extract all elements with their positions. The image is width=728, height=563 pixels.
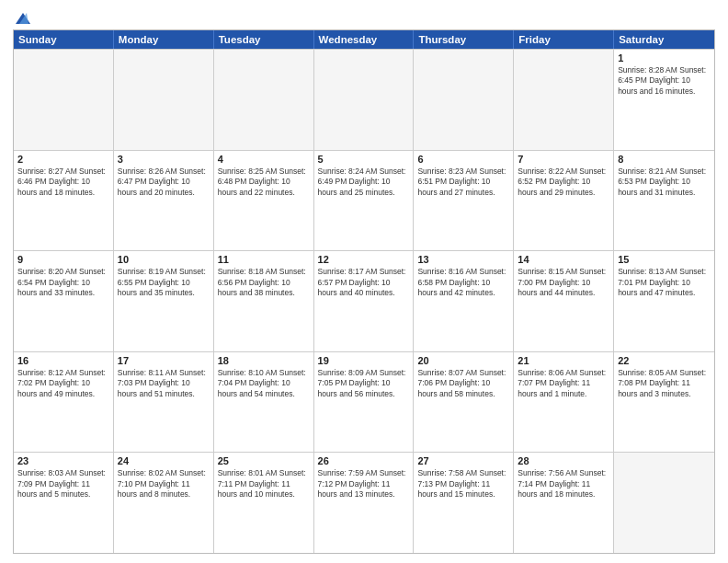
day-info: Sunrise: 8:18 AM Sunset: 6:56 PM Dayligh… bbox=[218, 267, 310, 298]
day-info: Sunrise: 8:28 AM Sunset: 6:45 PM Dayligh… bbox=[618, 65, 711, 97]
day-info: Sunrise: 8:16 AM Sunset: 6:58 PM Dayligh… bbox=[417, 267, 509, 298]
week-row-2: 2Sunrise: 8:27 AM Sunset: 6:46 PM Daylig… bbox=[14, 150, 714, 251]
week-row-3: 9Sunrise: 8:20 AM Sunset: 6:54 PM Daylig… bbox=[14, 250, 714, 351]
day-info: Sunrise: 8:27 AM Sunset: 6:46 PM Dayligh… bbox=[17, 167, 109, 198]
day-info: Sunrise: 7:59 AM Sunset: 7:12 PM Dayligh… bbox=[318, 468, 410, 500]
day-number: 2 bbox=[17, 154, 109, 165]
week-row-4: 16Sunrise: 8:12 AM Sunset: 7:02 PM Dayli… bbox=[14, 351, 714, 453]
calendar-body: 1Sunrise: 8:28 AM Sunset: 6:45 PM Daylig… bbox=[14, 49, 714, 553]
day-info: Sunrise: 8:11 AM Sunset: 7:03 PM Dayligh… bbox=[118, 368, 210, 399]
day-info: Sunrise: 8:05 AM Sunset: 7:08 PM Dayligh… bbox=[618, 368, 711, 399]
day-number: 26 bbox=[318, 455, 410, 466]
cell-w4-d3: 18Sunrise: 8:10 AM Sunset: 7:04 PM Dayli… bbox=[214, 352, 314, 453]
day-number: 20 bbox=[417, 355, 509, 366]
day-number: 11 bbox=[218, 254, 310, 265]
cell-w5-d1: 23Sunrise: 8:03 AM Sunset: 7:09 PM Dayli… bbox=[14, 453, 114, 553]
day-number: 10 bbox=[118, 254, 210, 265]
day-info: Sunrise: 8:22 AM Sunset: 6:52 PM Dayligh… bbox=[518, 167, 609, 198]
cell-w5-d2: 24Sunrise: 8:02 AM Sunset: 7:10 PM Dayli… bbox=[114, 453, 214, 553]
cell-w3-d4: 12Sunrise: 8:17 AM Sunset: 6:57 PM Dayli… bbox=[314, 251, 415, 351]
day-number: 1 bbox=[618, 52, 711, 63]
header-tuesday: Tuesday bbox=[214, 30, 314, 49]
cell-w2-d6: 7Sunrise: 8:22 AM Sunset: 6:52 PM Daylig… bbox=[514, 151, 614, 251]
cell-w4-d1: 16Sunrise: 8:12 AM Sunset: 7:02 PM Dayli… bbox=[14, 352, 114, 453]
day-info: Sunrise: 8:09 AM Sunset: 7:05 PM Dayligh… bbox=[318, 368, 410, 399]
day-info: Sunrise: 8:21 AM Sunset: 6:53 PM Dayligh… bbox=[618, 167, 711, 198]
day-info: Sunrise: 8:26 AM Sunset: 6:47 PM Dayligh… bbox=[118, 167, 210, 198]
day-number: 3 bbox=[118, 154, 210, 165]
day-info: Sunrise: 7:58 AM Sunset: 7:13 PM Dayligh… bbox=[417, 468, 509, 500]
day-info: Sunrise: 8:20 AM Sunset: 6:54 PM Dayligh… bbox=[17, 267, 109, 298]
day-number: 23 bbox=[17, 455, 109, 466]
cell-w3-d5: 13Sunrise: 8:16 AM Sunset: 6:58 PM Dayli… bbox=[414, 251, 514, 351]
day-info: Sunrise: 8:06 AM Sunset: 7:07 PM Dayligh… bbox=[518, 368, 609, 399]
day-info: Sunrise: 8:10 AM Sunset: 7:04 PM Dayligh… bbox=[218, 368, 310, 399]
day-info: Sunrise: 8:02 AM Sunset: 7:10 PM Dayligh… bbox=[118, 468, 210, 500]
day-number: 18 bbox=[218, 355, 310, 366]
cell-w5-d3: 25Sunrise: 8:01 AM Sunset: 7:11 PM Dayli… bbox=[214, 453, 314, 553]
header-friday: Friday bbox=[514, 30, 614, 49]
cell-w1-d4 bbox=[314, 50, 415, 150]
day-info: Sunrise: 8:13 AM Sunset: 7:01 PM Dayligh… bbox=[618, 267, 711, 298]
cell-w1-d3 bbox=[214, 50, 314, 150]
cell-w1-d2 bbox=[114, 50, 214, 150]
day-number: 8 bbox=[618, 154, 711, 165]
day-number: 12 bbox=[318, 254, 410, 265]
day-number: 22 bbox=[618, 355, 711, 366]
day-number: 25 bbox=[218, 455, 310, 466]
day-info: Sunrise: 8:17 AM Sunset: 6:57 PM Dayligh… bbox=[318, 267, 410, 298]
week-row-1: 1Sunrise: 8:28 AM Sunset: 6:45 PM Daylig… bbox=[14, 49, 714, 150]
day-number: 24 bbox=[118, 455, 210, 466]
day-number: 9 bbox=[17, 254, 109, 265]
cell-w2-d2: 3Sunrise: 8:26 AM Sunset: 6:47 PM Daylig… bbox=[114, 151, 214, 251]
calendar: Sunday Monday Tuesday Wednesday Thursday… bbox=[13, 29, 715, 554]
cell-w4-d7: 22Sunrise: 8:05 AM Sunset: 7:08 PM Dayli… bbox=[614, 352, 714, 453]
day-number: 17 bbox=[118, 355, 210, 366]
cell-w4-d6: 21Sunrise: 8:06 AM Sunset: 7:07 PM Dayli… bbox=[514, 352, 614, 453]
cell-w3-d2: 10Sunrise: 8:19 AM Sunset: 6:55 PM Dayli… bbox=[114, 251, 214, 351]
day-number: 5 bbox=[318, 154, 410, 165]
day-info: Sunrise: 8:12 AM Sunset: 7:02 PM Dayligh… bbox=[17, 368, 109, 399]
day-info: Sunrise: 8:07 AM Sunset: 7:06 PM Dayligh… bbox=[417, 368, 509, 399]
logo-icon bbox=[14, 11, 30, 26]
day-info: Sunrise: 7:56 AM Sunset: 7:14 PM Dayligh… bbox=[518, 468, 609, 500]
cell-w3-d6: 14Sunrise: 8:15 AM Sunset: 7:00 PM Dayli… bbox=[514, 251, 614, 351]
cell-w1-d7: 1Sunrise: 8:28 AM Sunset: 6:45 PM Daylig… bbox=[614, 50, 714, 150]
header-saturday: Saturday bbox=[614, 30, 714, 49]
cell-w3-d3: 11Sunrise: 8:18 AM Sunset: 6:56 PM Dayli… bbox=[214, 251, 314, 351]
cell-w1-d6 bbox=[514, 50, 614, 150]
calendar-header: Sunday Monday Tuesday Wednesday Thursday… bbox=[14, 30, 714, 49]
cell-w5-d5: 27Sunrise: 7:58 AM Sunset: 7:13 PM Dayli… bbox=[414, 453, 514, 553]
day-number: 6 bbox=[417, 154, 509, 165]
cell-w3-d1: 9Sunrise: 8:20 AM Sunset: 6:54 PM Daylig… bbox=[14, 251, 114, 351]
cell-w2-d5: 6Sunrise: 8:23 AM Sunset: 6:51 PM Daylig… bbox=[414, 151, 514, 251]
day-number: 19 bbox=[318, 355, 410, 366]
week-row-5: 23Sunrise: 8:03 AM Sunset: 7:09 PM Dayli… bbox=[14, 452, 714, 553]
day-number: 4 bbox=[218, 154, 310, 165]
day-number: 7 bbox=[518, 154, 609, 165]
day-info: Sunrise: 8:23 AM Sunset: 6:51 PM Dayligh… bbox=[417, 167, 509, 198]
cell-w5-d6: 28Sunrise: 7:56 AM Sunset: 7:14 PM Dayli… bbox=[514, 453, 614, 553]
day-number: 28 bbox=[518, 455, 609, 466]
header bbox=[13, 9, 715, 24]
cell-w4-d2: 17Sunrise: 8:11 AM Sunset: 7:03 PM Dayli… bbox=[114, 352, 214, 453]
header-wednesday: Wednesday bbox=[314, 30, 415, 49]
cell-w4-d4: 19Sunrise: 8:09 AM Sunset: 7:05 PM Dayli… bbox=[314, 352, 415, 453]
cell-w2-d3: 4Sunrise: 8:25 AM Sunset: 6:48 PM Daylig… bbox=[214, 151, 314, 251]
cell-w2-d7: 8Sunrise: 8:21 AM Sunset: 6:53 PM Daylig… bbox=[614, 151, 714, 251]
cell-w3-d7: 15Sunrise: 8:13 AM Sunset: 7:01 PM Dayli… bbox=[614, 251, 714, 351]
header-thursday: Thursday bbox=[414, 30, 514, 49]
cell-w4-d5: 20Sunrise: 8:07 AM Sunset: 7:06 PM Dayli… bbox=[414, 352, 514, 453]
logo bbox=[13, 13, 30, 24]
cell-w1-d1 bbox=[14, 50, 114, 150]
day-info: Sunrise: 8:03 AM Sunset: 7:09 PM Dayligh… bbox=[17, 468, 109, 500]
day-info: Sunrise: 8:01 AM Sunset: 7:11 PM Dayligh… bbox=[218, 468, 310, 500]
page: Sunday Monday Tuesday Wednesday Thursday… bbox=[0, 0, 728, 563]
header-sunday: Sunday bbox=[14, 30, 114, 49]
cell-w5-d4: 26Sunrise: 7:59 AM Sunset: 7:12 PM Dayli… bbox=[314, 453, 415, 553]
day-number: 27 bbox=[417, 455, 509, 466]
day-info: Sunrise: 8:15 AM Sunset: 7:00 PM Dayligh… bbox=[518, 267, 609, 298]
day-number: 13 bbox=[417, 254, 509, 265]
day-number: 21 bbox=[518, 355, 609, 366]
cell-w2-d4: 5Sunrise: 8:24 AM Sunset: 6:49 PM Daylig… bbox=[314, 151, 415, 251]
